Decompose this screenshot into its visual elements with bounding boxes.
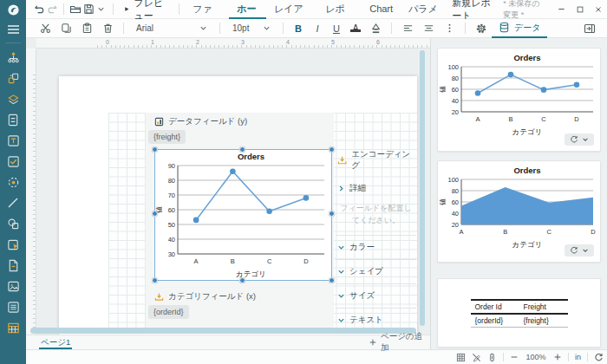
collapse-panel-button[interactable] bbox=[579, 20, 600, 37]
svg-text:90: 90 bbox=[168, 162, 175, 170]
line-chart-preview-card[interactable]: Orders20406080100値ABCDカテゴリ bbox=[437, 48, 601, 152]
line-tool-icon[interactable] bbox=[0, 192, 26, 213]
open-button[interactable] bbox=[69, 2, 82, 17]
snap-clip-icon[interactable] bbox=[487, 353, 497, 362]
encoding-detail-row[interactable]: 詳細 bbox=[336, 178, 416, 199]
zoom-out-button[interactable] bbox=[510, 353, 519, 361]
orderid-field-chip[interactable]: {orderId} bbox=[148, 305, 189, 319]
resize-handle[interactable] bbox=[329, 211, 335, 217]
svg-text:C: C bbox=[547, 228, 552, 236]
report-controls-tool-icon[interactable] bbox=[0, 68, 26, 88]
resize-handle[interactable] bbox=[152, 211, 158, 217]
data-preview-table: Order Id Freight {orderId} {freight} bbox=[471, 299, 568, 328]
add-page-button[interactable]: ページの追加 bbox=[369, 331, 430, 354]
more-options-button[interactable] bbox=[439, 20, 460, 37]
svg-text:30: 30 bbox=[168, 250, 175, 258]
freight-field-chip[interactable]: {freight} bbox=[148, 130, 186, 144]
resize-handle[interactable] bbox=[239, 146, 245, 153]
toc-tool-icon[interactable] bbox=[0, 47, 26, 68]
menu-chart[interactable]: Chart bbox=[362, 0, 401, 19]
fill-color-button[interactable] bbox=[365, 20, 386, 37]
page-tool-icon[interactable] bbox=[0, 255, 26, 276]
bold-button[interactable]: B bbox=[289, 23, 308, 34]
settings-gear-button[interactable] bbox=[471, 20, 492, 37]
font-color-button[interactable]: A bbox=[346, 23, 365, 33]
paste-button[interactable] bbox=[76, 20, 97, 37]
checkbox-tool-icon[interactable] bbox=[0, 151, 26, 172]
encoding-header: エンコーディング bbox=[336, 146, 416, 178]
encoding-section-size[interactable]: サイズ bbox=[336, 283, 416, 308]
list-tool-icon[interactable] bbox=[0, 296, 26, 317]
area-chart-preview-card[interactable]: Orders20406080100値ABCDカテゴリ bbox=[437, 160, 601, 263]
svg-text:C: C bbox=[541, 115, 546, 123]
page-tab-1[interactable]: ページ1 bbox=[39, 335, 72, 349]
resize-handle[interactable] bbox=[152, 146, 158, 153]
window-close-button[interactable] bbox=[589, 1, 607, 18]
status-bar: 100% in bbox=[26, 349, 607, 364]
vertical-scrollbar[interactable] bbox=[420, 50, 425, 326]
design-surface[interactable]: データフィールド (y) {freight} Orders30405060708… bbox=[26, 49, 430, 335]
encoding-icon bbox=[337, 155, 347, 166]
snap-pen-icon[interactable] bbox=[472, 353, 481, 362]
main-menu-button[interactable] bbox=[0, 19, 26, 40]
shapes-tool-icon[interactable] bbox=[0, 213, 26, 234]
data-field-label-row: データフィールド (y) bbox=[154, 116, 247, 127]
richtext-tool-icon[interactable] bbox=[0, 172, 26, 192]
selected-chart[interactable]: Orders30405060708090値ABCDカテゴリ bbox=[154, 149, 332, 281]
menu-file[interactable]: ファイル bbox=[185, 0, 229, 19]
table-header-freight: Freight bbox=[519, 300, 568, 314]
italic-button[interactable]: I bbox=[308, 23, 327, 34]
image-tool-icon[interactable] bbox=[0, 276, 26, 296]
copy-button[interactable] bbox=[55, 20, 76, 37]
category-field-icon bbox=[154, 292, 164, 302]
align-center-button[interactable] bbox=[418, 20, 439, 37]
resize-handle[interactable] bbox=[152, 277, 158, 283]
reset-zoom-icon[interactable] bbox=[594, 353, 604, 362]
menu-home[interactable]: ホーム bbox=[229, 0, 266, 19]
chart-card-actions[interactable] bbox=[565, 133, 594, 146]
resize-handle[interactable] bbox=[329, 277, 335, 283]
encoding-section-color[interactable]: カラー bbox=[336, 235, 416, 259]
textbox-tool-icon[interactable] bbox=[0, 130, 26, 151]
encoding-section-shape[interactable]: シェイプ bbox=[336, 259, 416, 283]
zoom-in-button[interactable] bbox=[553, 353, 562, 361]
svg-text:A: A bbox=[459, 228, 463, 236]
table-tool-icon[interactable] bbox=[0, 317, 26, 338]
table-preview-card[interactable]: Order Id Freight {orderId} {freight} bbox=[437, 278, 601, 348]
align-left-button[interactable] bbox=[397, 20, 418, 37]
horizontal-scrollbar[interactable] bbox=[30, 328, 416, 334]
redo-button[interactable] bbox=[46, 2, 59, 17]
window-maximize-button[interactable] bbox=[571, 1, 589, 18]
window-minimize-button[interactable] bbox=[552, 1, 571, 18]
font-size-select[interactable]: 10pt bbox=[225, 23, 277, 33]
cut-button[interactable] bbox=[35, 20, 55, 37]
save-button[interactable] bbox=[82, 2, 95, 17]
data-field-icon bbox=[154, 117, 164, 127]
grid-toggle-icon[interactable] bbox=[456, 353, 466, 362]
unsaved-changes-badge: * 未保存の変更 * bbox=[503, 0, 545, 21]
data-panel-tab[interactable]: データ bbox=[492, 19, 547, 38]
menu-layout[interactable]: レイアウト bbox=[266, 0, 317, 19]
data-bands-tool-icon[interactable] bbox=[0, 109, 26, 130]
add-page-label: ページの追加 bbox=[381, 331, 430, 354]
undo-button[interactable] bbox=[33, 2, 46, 17]
chart-card-actions[interactable] bbox=[565, 244, 594, 257]
underline-button[interactable]: U bbox=[327, 23, 346, 34]
menu-report[interactable]: レポート bbox=[317, 0, 362, 19]
format-toolbar: Arial 10pt B I U A データ bbox=[26, 19, 607, 38]
unit-label[interactable]: in bbox=[575, 353, 581, 361]
table-cell-orderid: {orderId} bbox=[471, 314, 519, 328]
delete-button[interactable] bbox=[97, 20, 118, 37]
svg-text:値: 値 bbox=[439, 198, 447, 205]
svg-text:D: D bbox=[591, 228, 596, 236]
menu-parameters[interactable]: パラメータ bbox=[401, 0, 452, 19]
font-family-select[interactable]: Arial bbox=[129, 23, 214, 33]
save-menu-chevron-icon[interactable] bbox=[95, 2, 108, 17]
svg-text:60: 60 bbox=[452, 86, 459, 94]
encoding-section-label: シェイプ bbox=[349, 266, 383, 277]
layers-tool-icon[interactable] bbox=[0, 88, 26, 109]
resize-handle[interactable] bbox=[239, 277, 245, 283]
subreport-tool-icon[interactable] bbox=[0, 234, 26, 255]
horizontal-ruler: 0123456 bbox=[36, 38, 430, 49]
resize-handle[interactable] bbox=[329, 146, 335, 153]
